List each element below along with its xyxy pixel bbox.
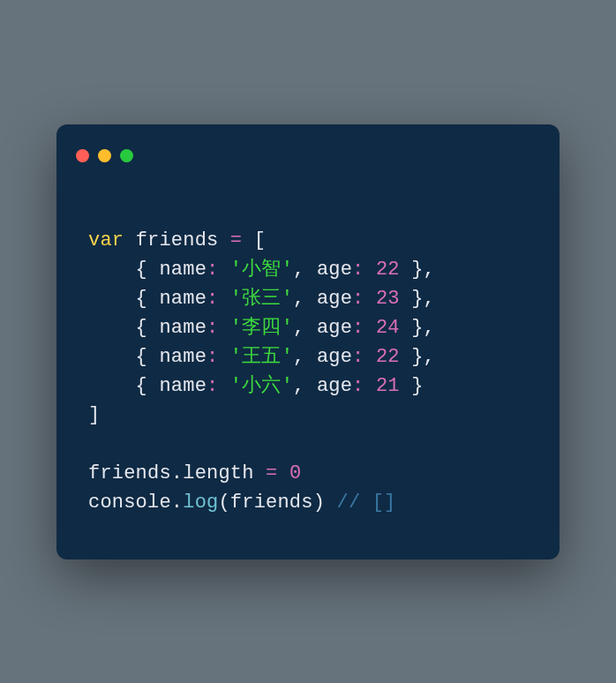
bracket-close: ] bbox=[88, 404, 100, 426]
code-block: var friends = [ { name: '小智', age: 22 },… bbox=[56, 162, 560, 517]
minimize-icon[interactable] bbox=[98, 149, 111, 162]
maximize-icon[interactable] bbox=[120, 149, 133, 162]
operator-eq2: = bbox=[266, 462, 277, 484]
array-rows: { name: '小智', age: 22 }, { name: '张三', a… bbox=[88, 259, 435, 397]
identifier-friends2: friends bbox=[88, 462, 171, 484]
identifier-friends: friends bbox=[136, 229, 219, 251]
comment: // [] bbox=[337, 492, 396, 514]
identifier-console: console bbox=[88, 492, 171, 514]
fn-log: log bbox=[183, 492, 218, 514]
bracket-open: [ bbox=[254, 229, 266, 251]
operator-eq: = bbox=[230, 229, 242, 251]
number-zero: 0 bbox=[289, 462, 301, 484]
close-icon[interactable] bbox=[76, 149, 89, 162]
arg-friends: friends bbox=[230, 492, 313, 514]
code-window: var friends = [ { name: '小智', age: 22 },… bbox=[56, 124, 560, 559]
window-titlebar bbox=[56, 146, 560, 162]
keyword-var: var bbox=[88, 229, 124, 251]
prop-length: length bbox=[183, 462, 253, 484]
